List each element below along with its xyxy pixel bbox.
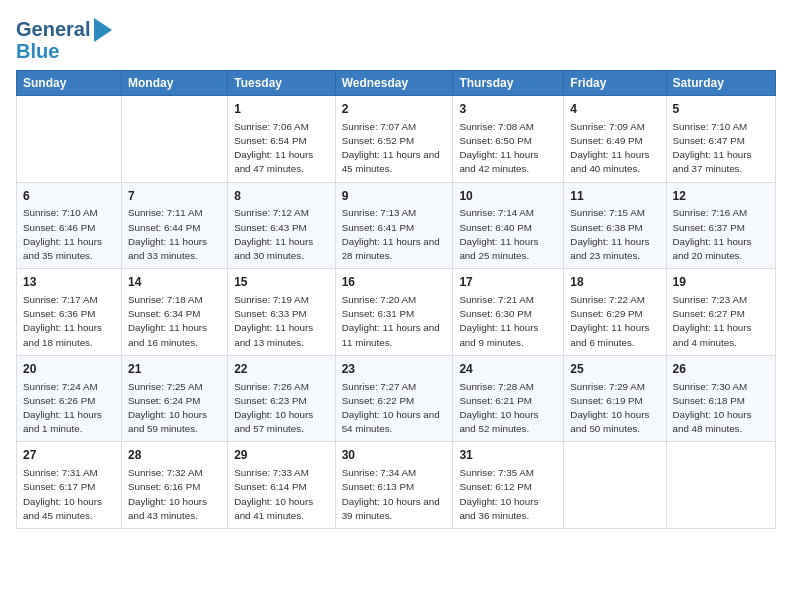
day-cell: 18Sunrise: 7:22 AM Sunset: 6:29 PM Dayli… [564, 269, 666, 356]
day-cell: 6Sunrise: 7:10 AM Sunset: 6:46 PM Daylig… [17, 182, 122, 269]
day-info: Sunrise: 7:35 AM Sunset: 6:12 PM Dayligh… [459, 466, 557, 523]
day-number: 16 [342, 274, 447, 291]
day-info: Sunrise: 7:33 AM Sunset: 6:14 PM Dayligh… [234, 466, 328, 523]
day-info: Sunrise: 7:30 AM Sunset: 6:18 PM Dayligh… [673, 380, 770, 437]
day-number: 10 [459, 188, 557, 205]
day-info: Sunrise: 7:08 AM Sunset: 6:50 PM Dayligh… [459, 120, 557, 177]
day-cell: 2Sunrise: 7:07 AM Sunset: 6:52 PM Daylig… [335, 96, 453, 183]
day-number: 5 [673, 101, 770, 118]
day-cell: 27Sunrise: 7:31 AM Sunset: 6:17 PM Dayli… [17, 442, 122, 529]
day-cell: 14Sunrise: 7:18 AM Sunset: 6:34 PM Dayli… [122, 269, 228, 356]
day-cell: 29Sunrise: 7:33 AM Sunset: 6:14 PM Dayli… [228, 442, 335, 529]
col-header-tuesday: Tuesday [228, 71, 335, 96]
day-cell: 12Sunrise: 7:16 AM Sunset: 6:37 PM Dayli… [666, 182, 776, 269]
day-cell: 26Sunrise: 7:30 AM Sunset: 6:18 PM Dayli… [666, 355, 776, 442]
day-cell: 4Sunrise: 7:09 AM Sunset: 6:49 PM Daylig… [564, 96, 666, 183]
day-number: 4 [570, 101, 659, 118]
day-number: 8 [234, 188, 328, 205]
day-cell: 11Sunrise: 7:15 AM Sunset: 6:38 PM Dayli… [564, 182, 666, 269]
logo: General Blue [16, 16, 112, 62]
day-number: 14 [128, 274, 221, 291]
day-info: Sunrise: 7:29 AM Sunset: 6:19 PM Dayligh… [570, 380, 659, 437]
day-number: 6 [23, 188, 115, 205]
day-number: 7 [128, 188, 221, 205]
day-cell: 1Sunrise: 7:06 AM Sunset: 6:54 PM Daylig… [228, 96, 335, 183]
day-cell: 21Sunrise: 7:25 AM Sunset: 6:24 PM Dayli… [122, 355, 228, 442]
col-header-monday: Monday [122, 71, 228, 96]
day-info: Sunrise: 7:15 AM Sunset: 6:38 PM Dayligh… [570, 206, 659, 263]
day-number: 13 [23, 274, 115, 291]
week-row-4: 20Sunrise: 7:24 AM Sunset: 6:26 PM Dayli… [17, 355, 776, 442]
day-cell: 17Sunrise: 7:21 AM Sunset: 6:30 PM Dayli… [453, 269, 564, 356]
day-cell: 24Sunrise: 7:28 AM Sunset: 6:21 PM Dayli… [453, 355, 564, 442]
day-cell: 30Sunrise: 7:34 AM Sunset: 6:13 PM Dayli… [335, 442, 453, 529]
day-cell: 13Sunrise: 7:17 AM Sunset: 6:36 PM Dayli… [17, 269, 122, 356]
day-number: 2 [342, 101, 447, 118]
day-number: 9 [342, 188, 447, 205]
day-cell: 5Sunrise: 7:10 AM Sunset: 6:47 PM Daylig… [666, 96, 776, 183]
day-cell: 22Sunrise: 7:26 AM Sunset: 6:23 PM Dayli… [228, 355, 335, 442]
day-info: Sunrise: 7:14 AM Sunset: 6:40 PM Dayligh… [459, 206, 557, 263]
day-info: Sunrise: 7:06 AM Sunset: 6:54 PM Dayligh… [234, 120, 328, 177]
day-number: 18 [570, 274, 659, 291]
day-number: 11 [570, 188, 659, 205]
calendar-body: 1Sunrise: 7:06 AM Sunset: 6:54 PM Daylig… [17, 96, 776, 529]
week-row-3: 13Sunrise: 7:17 AM Sunset: 6:36 PM Dayli… [17, 269, 776, 356]
day-cell: 15Sunrise: 7:19 AM Sunset: 6:33 PM Dayli… [228, 269, 335, 356]
day-number: 31 [459, 447, 557, 464]
day-info: Sunrise: 7:21 AM Sunset: 6:30 PM Dayligh… [459, 293, 557, 350]
day-cell [666, 442, 776, 529]
day-cell: 7Sunrise: 7:11 AM Sunset: 6:44 PM Daylig… [122, 182, 228, 269]
week-row-1: 1Sunrise: 7:06 AM Sunset: 6:54 PM Daylig… [17, 96, 776, 183]
logo-blue: Blue [16, 40, 59, 62]
logo-arrow-icon [94, 18, 112, 42]
day-info: Sunrise: 7:32 AM Sunset: 6:16 PM Dayligh… [128, 466, 221, 523]
week-row-5: 27Sunrise: 7:31 AM Sunset: 6:17 PM Dayli… [17, 442, 776, 529]
day-cell: 19Sunrise: 7:23 AM Sunset: 6:27 PM Dayli… [666, 269, 776, 356]
day-cell: 9Sunrise: 7:13 AM Sunset: 6:41 PM Daylig… [335, 182, 453, 269]
day-cell: 8Sunrise: 7:12 AM Sunset: 6:43 PM Daylig… [228, 182, 335, 269]
day-info: Sunrise: 7:16 AM Sunset: 6:37 PM Dayligh… [673, 206, 770, 263]
day-cell [564, 442, 666, 529]
day-number: 26 [673, 361, 770, 378]
day-info: Sunrise: 7:19 AM Sunset: 6:33 PM Dayligh… [234, 293, 328, 350]
day-info: Sunrise: 7:10 AM Sunset: 6:47 PM Dayligh… [673, 120, 770, 177]
day-info: Sunrise: 7:13 AM Sunset: 6:41 PM Dayligh… [342, 206, 447, 263]
col-header-wednesday: Wednesday [335, 71, 453, 96]
day-cell [122, 96, 228, 183]
day-number: 12 [673, 188, 770, 205]
day-info: Sunrise: 7:26 AM Sunset: 6:23 PM Dayligh… [234, 380, 328, 437]
day-cell: 31Sunrise: 7:35 AM Sunset: 6:12 PM Dayli… [453, 442, 564, 529]
day-number: 29 [234, 447, 328, 464]
day-number: 21 [128, 361, 221, 378]
day-info: Sunrise: 7:34 AM Sunset: 6:13 PM Dayligh… [342, 466, 447, 523]
day-number: 19 [673, 274, 770, 291]
day-info: Sunrise: 7:07 AM Sunset: 6:52 PM Dayligh… [342, 120, 447, 177]
day-info: Sunrise: 7:12 AM Sunset: 6:43 PM Dayligh… [234, 206, 328, 263]
day-info: Sunrise: 7:10 AM Sunset: 6:46 PM Dayligh… [23, 206, 115, 263]
page-header: General Blue [16, 16, 776, 62]
day-info: Sunrise: 7:31 AM Sunset: 6:17 PM Dayligh… [23, 466, 115, 523]
day-info: Sunrise: 7:23 AM Sunset: 6:27 PM Dayligh… [673, 293, 770, 350]
day-number: 20 [23, 361, 115, 378]
day-info: Sunrise: 7:24 AM Sunset: 6:26 PM Dayligh… [23, 380, 115, 437]
day-cell: 23Sunrise: 7:27 AM Sunset: 6:22 PM Dayli… [335, 355, 453, 442]
header-row: SundayMondayTuesdayWednesdayThursdayFrid… [17, 71, 776, 96]
day-cell: 20Sunrise: 7:24 AM Sunset: 6:26 PM Dayli… [17, 355, 122, 442]
day-number: 17 [459, 274, 557, 291]
col-header-saturday: Saturday [666, 71, 776, 96]
day-cell: 16Sunrise: 7:20 AM Sunset: 6:31 PM Dayli… [335, 269, 453, 356]
day-number: 23 [342, 361, 447, 378]
day-info: Sunrise: 7:09 AM Sunset: 6:49 PM Dayligh… [570, 120, 659, 177]
day-cell: 28Sunrise: 7:32 AM Sunset: 6:16 PM Dayli… [122, 442, 228, 529]
calendar-table: SundayMondayTuesdayWednesdayThursdayFrid… [16, 70, 776, 529]
week-row-2: 6Sunrise: 7:10 AM Sunset: 6:46 PM Daylig… [17, 182, 776, 269]
calendar-header: SundayMondayTuesdayWednesdayThursdayFrid… [17, 71, 776, 96]
day-number: 15 [234, 274, 328, 291]
col-header-thursday: Thursday [453, 71, 564, 96]
day-cell: 3Sunrise: 7:08 AM Sunset: 6:50 PM Daylig… [453, 96, 564, 183]
day-info: Sunrise: 7:25 AM Sunset: 6:24 PM Dayligh… [128, 380, 221, 437]
day-info: Sunrise: 7:28 AM Sunset: 6:21 PM Dayligh… [459, 380, 557, 437]
col-header-friday: Friday [564, 71, 666, 96]
day-cell: 10Sunrise: 7:14 AM Sunset: 6:40 PM Dayli… [453, 182, 564, 269]
